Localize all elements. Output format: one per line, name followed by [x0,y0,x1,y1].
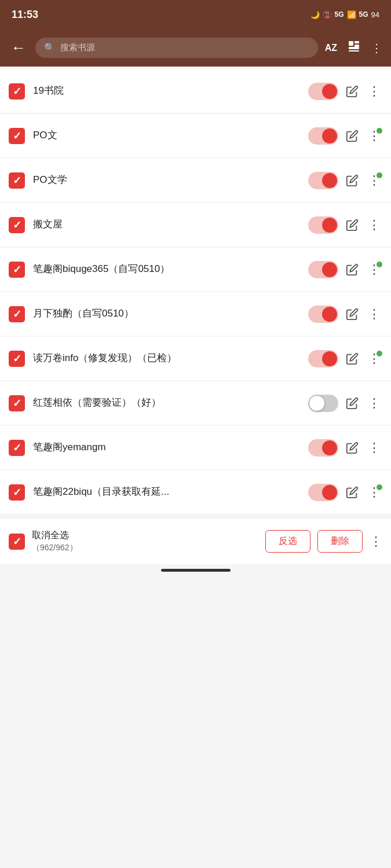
item-more-button[interactable]: ⋮ [366,172,382,189]
bottom-label: 取消全选 （962/962） [32,529,265,553]
edit-icon[interactable] [344,128,360,144]
item-name: 红莲相依（需要验证）（好） [33,396,308,409]
list-item: ✓ 笔趣阁yemangm ⋮ [0,426,391,469]
green-dot [377,262,382,267]
svg-rect-1 [355,41,359,43]
bottom-more-button[interactable]: ⋮ [370,534,382,549]
svg-rect-4 [349,50,359,52]
list-item: ✓ 搬文屋 ⋮ [0,203,391,247]
green-dot [377,128,382,134]
list-item: ✓ 红莲相依（需要验证）（好） ⋮ [0,381,391,425]
item-actions: ⋮ [308,395,382,412]
bottom-bar: ✓ 取消全选 （962/962） 反选 删除 ⋮ [0,518,391,564]
item-toggle[interactable] [308,261,338,278]
edit-icon[interactable] [344,306,360,322]
item-name: 笔趣阁biquge365（自写0510） [33,263,308,275]
item-more-button[interactable]: ⋮ [366,395,382,411]
item-actions: ⋮ [308,172,382,189]
item-more-button[interactable]: ⋮ [366,262,382,278]
item-more-button[interactable]: ⋮ [366,484,382,501]
item-toggle[interactable] [308,172,338,189]
list-item: ✓ 笔趣阁22biqu（目录获取有延... ⋮ [0,470,391,514]
search-box[interactable]: 🔍 搜索书源 [35,38,318,58]
item-toggle[interactable] [308,306,338,323]
green-dot [377,172,382,178]
item-toggle[interactable] [308,395,338,412]
svg-rect-2 [355,45,359,47]
item-name: 笔趣阁yemangm [33,441,308,454]
invert-button[interactable]: 反选 [265,530,310,553]
item-checkbox[interactable]: ✓ [9,484,25,501]
edit-icon[interactable] [344,217,360,233]
list-item: ✓ PO文 ⋮ [0,114,391,157]
item-actions: ⋮ [308,350,382,367]
source-list: ✓ 19书院 ⋮ [0,67,391,518]
green-dot [377,484,382,490]
edit-icon[interactable] [344,351,360,367]
item-name: PO文学 [33,174,308,186]
status-icons: 🌙 📵 5G 📶 5G 94 [310,10,380,19]
az-button[interactable]: AZ [325,43,337,53]
more-menu-button[interactable]: ⋮ [371,41,382,55]
moon-icon: 🌙 [310,10,320,19]
edit-icon[interactable] [344,262,360,278]
item-checkbox[interactable]: ✓ [9,306,25,322]
deselect-all-label: 取消全选 [32,529,265,542]
item-checkbox[interactable]: ✓ [9,440,25,456]
edit-icon[interactable] [344,484,360,501]
item-toggle[interactable] [308,484,338,501]
edit-icon[interactable] [344,172,360,189]
item-name: 搬文屋 [33,218,308,231]
item-toggle[interactable] [308,127,338,145]
back-button[interactable]: ← [9,36,28,59]
item-checkbox[interactable]: ✓ [9,128,25,144]
edit-icon[interactable] [344,440,360,456]
signal2-icon: 📶 [347,10,356,19]
item-more-button[interactable]: ⋮ [366,83,382,100]
item-checkbox[interactable]: ✓ [9,172,25,189]
item-checkbox[interactable]: ✓ [9,217,25,233]
item-checkbox[interactable]: ✓ [9,395,25,411]
item-actions: ⋮ [308,216,382,234]
item-actions: ⋮ [308,127,382,145]
item-checkbox[interactable]: ✓ [9,83,25,100]
list-item: ✓ 读万卷info（修复发现）（已检） ⋮ [0,337,391,380]
item-more-button[interactable]: ⋮ [366,217,382,233]
list-item: ✓ PO文学 ⋮ [0,159,391,202]
status-time: 11:53 [12,9,38,21]
nav-indicator [0,564,391,579]
svg-rect-0 [349,41,353,46]
delete-button[interactable]: 删除 [317,530,363,553]
list-item: ✓ 月下独酌（自写0510） ⋮ [0,292,391,336]
item-more-button[interactable]: ⋮ [366,128,382,144]
item-toggle[interactable] [308,216,338,234]
item-more-button[interactable]: ⋮ [366,440,382,456]
item-actions: ⋮ [308,261,382,278]
svg-rect-3 [349,47,359,49]
network2-icon: 5G [359,10,368,19]
edit-icon[interactable] [344,395,360,411]
item-toggle[interactable] [308,350,338,367]
item-actions: ⋮ [308,439,382,457]
signal-icon: 📵 [323,10,332,19]
item-checkbox[interactable]: ✓ [9,351,25,367]
status-bar: 11:53 🌙 📵 5G 📶 5G 94 [0,0,391,29]
item-name: 笔趣阁22biqu（目录获取有延... [33,486,308,498]
item-actions: ⋮ [308,83,382,100]
list-item: ✓ 19书院 ⋮ [0,69,391,113]
item-toggle[interactable] [308,83,338,100]
item-more-button[interactable]: ⋮ [366,351,382,367]
green-dot [377,351,382,356]
edit-icon[interactable] [344,83,360,100]
select-all-checkbox[interactable]: ✓ [9,534,25,550]
item-more-button[interactable]: ⋮ [366,306,382,322]
grid-button[interactable] [348,40,360,56]
item-checkbox[interactable]: ✓ [9,262,25,278]
bottom-actions: 反选 删除 ⋮ [265,530,382,553]
item-actions: ⋮ [308,306,382,323]
search-placeholder: 搜索书源 [60,42,95,53]
item-name: 月下独酌（自写0510） [33,307,308,320]
top-icons: AZ ⋮ [325,40,382,56]
item-toggle[interactable] [308,439,338,457]
item-name: 读万卷info（修复发现）（已检） [33,352,308,365]
